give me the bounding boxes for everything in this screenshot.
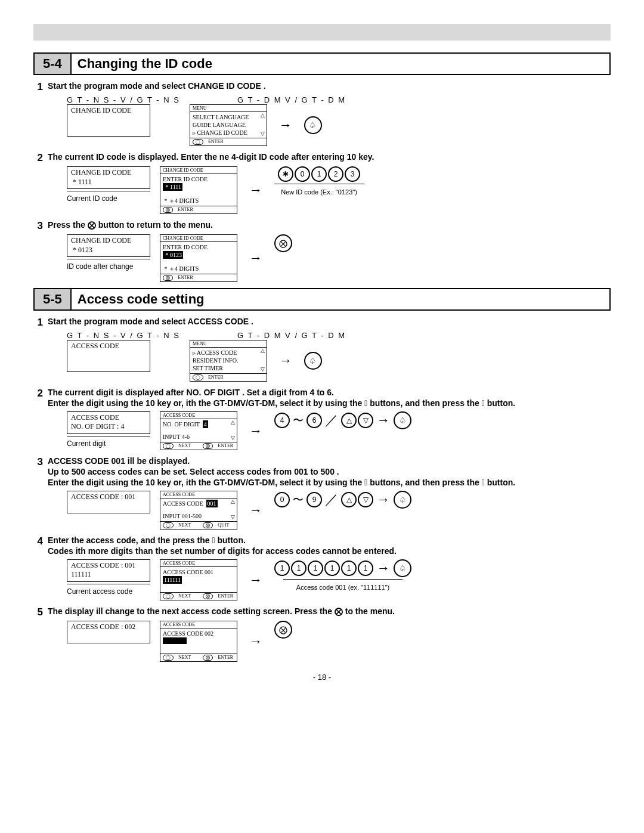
key-range-low[interactable]: 4 [274, 413, 290, 428]
menu-line: NO. OF DIGIT [163, 421, 200, 428]
down-button[interactable]: ▽ [358, 413, 373, 428]
up-arrow-icon: △ [231, 498, 235, 506]
key-1[interactable]: 1 [291, 561, 306, 576]
step-text: Press the ⨂ button to return to the menu… [48, 220, 611, 230]
down-arrow-icon: ▽ [231, 435, 235, 442]
device-box-left: ACCESS CODE : 001 [67, 491, 150, 513]
foot-next: NEXT [178, 522, 191, 528]
menu-box: ACCESS CODE △ ACCESS CODE 001 ▽ INPUT 00… [160, 491, 237, 529]
foot-enter: ENTER [208, 374, 224, 380]
foot-chip: ⨂ [203, 443, 213, 449]
step-text: Enter the digit using the 10 key or, ith… [48, 398, 611, 408]
bell-button[interactable]: ♤ [304, 116, 322, 134]
device-box-left: ACCESS CODE : 002 [67, 621, 150, 643]
key-range-low[interactable]: 0 [274, 492, 290, 507]
key-1[interactable]: 1 [308, 561, 323, 576]
s54-step3: 3 Press the ⨂ button to return to the me… [33, 220, 611, 232]
menu-title: CHANGE ID CODE [160, 167, 237, 174]
up-button[interactable]: △ [341, 413, 357, 428]
key-0[interactable]: 0 [295, 166, 310, 182]
foot-next: NEXT [178, 593, 191, 599]
menu-title: ACCESS CODE [160, 560, 237, 567]
menu-title: CHANGE ID CODE [160, 235, 237, 242]
menu-line: ACCESS CODE [163, 500, 203, 507]
menu-line: ENTER ID CODE [163, 243, 234, 251]
line: ACCESS CODE [71, 413, 146, 422]
foot-chip: ⨂ [203, 593, 213, 599]
bell-button[interactable]: ♤ [304, 352, 322, 370]
menu-value: 4 [203, 420, 208, 428]
step-number: 3 [33, 456, 48, 488]
step-text: The current ID code is displayed. Enter … [48, 152, 611, 162]
menu-value: ＊0123 [163, 251, 183, 259]
line: ACCESS CODE : 001 [71, 561, 146, 570]
arrow-right-icon: → [249, 423, 262, 439]
step-text: The current digit is displayed after NO.… [48, 388, 611, 397]
foot-chip: ⨂ [163, 275, 173, 281]
menu-box: CHANGE ID CODE ENTER ID CODE ＊1111 ＊＋4 D… [160, 166, 237, 214]
tilde-icon: 〜 [291, 413, 305, 428]
bell-button[interactable]: ♤ [394, 559, 411, 577]
device-box-left: ACCESS CODE NO. OF DIGIT : 4 [67, 411, 150, 434]
top-grey-bar [33, 24, 611, 41]
menu-box: ACCESS CODE ACCESS CODE 002 ◯NEXT ⨂ENTER [160, 621, 237, 662]
foot-enter: ENTER [178, 275, 193, 281]
menu-title: ACCESS CODE [160, 621, 237, 628]
line: NO. OF DIGIT : 4 [71, 422, 146, 431]
line: ＊1111 [71, 177, 146, 187]
foot-quit: QUIT [218, 522, 229, 528]
up-arrow-icon: △ [231, 419, 235, 426]
foot-enter: ENTER [218, 593, 233, 599]
key-range-high[interactable]: 9 [306, 492, 322, 507]
device-box-left: CHANGE ID CODE ＊1111 [67, 166, 150, 189]
key-1[interactable]: 1 [311, 166, 327, 182]
foot-chip: ◯ [193, 139, 203, 145]
section-title-text: Changing the ID code [72, 54, 218, 74]
key-note: New ID code (Ex.: "0123") [281, 188, 357, 196]
section-5-4-header: 5-4 Changing the ID code [33, 52, 611, 75]
quit-button[interactable]: ⨂ [274, 234, 292, 252]
section-number: 5-5 [35, 289, 72, 309]
model-label-right: G T - D M V / G T - D M [237, 95, 346, 104]
quit-button[interactable]: ⨂ [274, 621, 292, 639]
s55-step3: 3 ACCESS CODE 001 ill be displayed. Up t… [33, 456, 611, 488]
arrow-right-icon: → [249, 572, 262, 588]
up-arrow-icon: △ [261, 348, 265, 355]
step-text: Enter the digit using the 10 key or, ith… [48, 478, 611, 487]
key-1[interactable]: 1 [324, 561, 340, 576]
section-title-text: Access code setting [72, 289, 210, 309]
foot-chip: ⨂ [203, 522, 213, 528]
foot-chip: ⨂ [203, 655, 213, 661]
menu-box: MENU △ SELECT LANGUAGE GUIDE LANGUAGE CH… [190, 104, 267, 146]
foot-enter: ENTER [208, 139, 224, 145]
caption: Current ID code [67, 194, 117, 203]
step-number: 4 [33, 535, 48, 557]
key-range-high[interactable]: 6 [306, 413, 322, 428]
up-button[interactable]: △ [341, 492, 357, 507]
menu-line: ACCESS CODE 002 [163, 630, 234, 637]
bell-button[interactable]: ♤ [394, 491, 411, 509]
key-note: Access code 001 (ex. "111111") [296, 584, 389, 591]
key-3[interactable]: 3 [345, 166, 360, 182]
page-number: - 18 - [33, 673, 611, 682]
foot-chip: ◯ [163, 443, 174, 449]
menu-value: ＊1111 [163, 183, 182, 191]
down-button[interactable]: ▽ [358, 492, 373, 507]
step-number: 2 [33, 388, 48, 409]
arrow-right-icon: → [249, 634, 262, 649]
key-1[interactable]: 1 [358, 561, 373, 576]
caption: ID code after change [67, 262, 133, 271]
caption: Current access code [67, 587, 132, 596]
key-star[interactable]: ✱ [278, 166, 293, 182]
key-1[interactable]: 1 [341, 561, 357, 576]
step-text: Start the program mode and select CHANGE… [48, 81, 611, 91]
arrow-right-icon: → [377, 413, 390, 428]
foot-enter: ENTER [218, 655, 233, 661]
key-1[interactable]: 1 [274, 561, 290, 576]
key-2[interactable]: 2 [328, 166, 343, 182]
step-number: 1 [33, 317, 48, 329]
down-arrow-icon: ▽ [261, 366, 265, 373]
bell-button[interactable]: ♤ [394, 411, 411, 429]
model-label-left: G T - N S - V / G T - N S [67, 331, 180, 340]
menu-box: CHANGE ID CODE ENTER ID CODE ＊0123 ＊＋4 D… [160, 234, 237, 282]
